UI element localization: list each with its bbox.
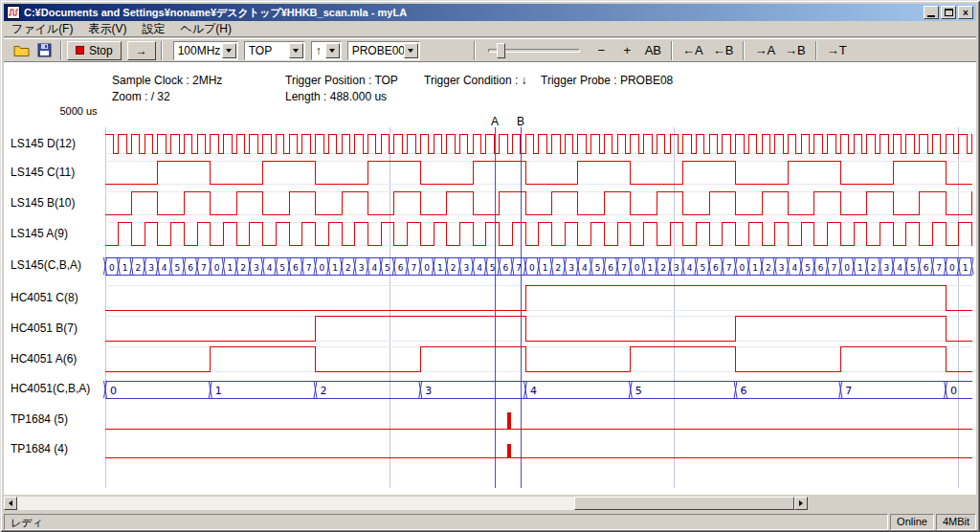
save-button[interactable] (33, 40, 56, 61)
channel-label-hc4051-bus: HC4051(C,B,A) (11, 382, 106, 395)
run-arrow-icon: → (136, 44, 147, 57)
prev-a-button[interactable]: ←A (679, 41, 707, 60)
menu-help[interactable]: ヘルプ(H) (172, 20, 239, 38)
scroll-right-icon (799, 500, 803, 506)
marker-a-label[interactable]: A (489, 115, 501, 128)
run-button[interactable]: → (127, 41, 156, 60)
ab-markers-button[interactable]: AB (641, 41, 665, 60)
toolbar-separator (671, 41, 673, 60)
goto-trigger-button[interactable]: →T (823, 41, 851, 60)
channel-label-ls145-bus: LS145(C,B,A) (11, 258, 106, 272)
trigger-probe-info: Trigger Probe : PROBE08 (541, 74, 673, 87)
app-window: C:¥Documents and Settings¥noname¥デスクトップ¥… (0, 0, 980, 532)
toolbar-separator (474, 41, 476, 60)
trigger-edge-value: ↑ (316, 44, 325, 57)
open-file-button[interactable] (10, 40, 33, 61)
toolbar-separator (815, 41, 817, 60)
toolbar: Stop → 100MHz TOP ↑ PROBE00 − + AB (4, 38, 976, 62)
trigger-edge-select[interactable]: ↑ (311, 41, 342, 60)
toolbar-separator (743, 41, 745, 60)
trigger-position-info: Trigger Position : TOP (285, 74, 398, 87)
channel-label-hc4051-b: HC4051 B(7) (11, 321, 106, 335)
menu-view[interactable]: 表示(V) (80, 20, 134, 38)
trigger-position-select[interactable]: TOP (244, 41, 305, 60)
app-icon (7, 6, 20, 19)
close-icon: × (963, 8, 969, 18)
zoom-info: Zoom : / 32 (112, 90, 170, 103)
toolbar-separator (161, 41, 163, 60)
probe-select[interactable]: PROBE00 (347, 41, 420, 60)
titlebar[interactable]: C:¥Documents and Settings¥noname¥デスクトップ¥… (4, 4, 976, 21)
menu-file[interactable]: ファイル(F) (4, 20, 80, 38)
chevron-down-icon[interactable] (325, 43, 340, 58)
next-b-button[interactable]: →B (781, 41, 810, 60)
trigger-position-value: TOP (249, 44, 289, 57)
channel-label-tp1684-4: TP1684 (4) (11, 442, 106, 455)
channel-label-ls145-c: LS145 C(11) (11, 166, 106, 179)
channel-label-ls145-a: LS145 A(9) (11, 227, 106, 240)
status-memory: 4MBit (936, 514, 976, 530)
time-division-label: 5000 us (48, 105, 109, 117)
waveform-workarea: Sample Clock : 2MHz Trigger Position : T… (4, 62, 976, 495)
zoom-out-button[interactable]: − (590, 41, 613, 60)
menubar: ファイル(F) 表示(V) 設定 ヘルプ(H) (4, 22, 976, 37)
stop-button[interactable]: Stop (67, 41, 122, 60)
prev-b-button[interactable]: ←B (709, 41, 738, 60)
stop-label: Stop (89, 44, 113, 57)
channel-label-hc4051-a: HC4051 A(6) (11, 352, 106, 366)
channel-label-hc4051-c: HC4051 C(8) (11, 291, 106, 304)
scroll-right-button[interactable] (794, 497, 808, 510)
open-folder-icon (13, 44, 30, 57)
scroll-left-button[interactable] (4, 497, 17, 510)
horizontal-scrollbar[interactable] (4, 497, 808, 510)
close-button[interactable]: × (958, 6, 973, 19)
zoom-in-button[interactable]: + (615, 41, 639, 60)
scrollbar-thumb[interactable] (574, 497, 794, 510)
trigger-condition-info: Trigger Condition : ↓ (424, 74, 527, 87)
next-a-button[interactable]: →A (750, 41, 779, 60)
maximize-icon (945, 9, 953, 16)
probe-value: PROBE00 (352, 44, 404, 57)
channel-label-ls145-d: LS145 D(12) (11, 137, 106, 150)
menu-settings[interactable]: 設定 (134, 20, 172, 38)
toolbar-separator (60, 41, 62, 60)
maximize-button[interactable] (941, 6, 956, 19)
channel-label-tp1684-5: TP1684 (5) (11, 412, 106, 426)
scroll-left-icon (9, 500, 12, 506)
scrollbar-track[interactable] (17, 497, 794, 510)
window-title: C:¥Documents and Settings¥noname¥デスクトップ¥… (24, 6, 924, 20)
clock-rate-select[interactable]: 100MHz (173, 41, 238, 60)
clock-rate-value: 100MHz (178, 44, 222, 57)
chevron-down-icon[interactable] (289, 43, 303, 58)
minimize-icon (927, 15, 935, 17)
status-online: Online (890, 514, 934, 530)
statusbar: レディ Online 4MBit (4, 514, 976, 530)
zoom-slider-thumb[interactable] (497, 43, 505, 58)
zoom-slider[interactable] (488, 41, 580, 60)
minimize-button[interactable] (924, 6, 939, 19)
floppy-disk-icon (37, 43, 52, 57)
sample-clock-info: Sample Clock : 2MHz (112, 74, 222, 87)
stop-icon (76, 46, 84, 55)
channel-label-ls145-b: LS145 B(10) (11, 196, 106, 210)
chevron-down-icon[interactable] (222, 43, 236, 58)
chevron-down-icon[interactable] (404, 43, 418, 58)
marker-b-label[interactable]: B (515, 115, 526, 128)
length-info: Length : 488.000 us (285, 90, 387, 103)
status-ready: レディ (4, 514, 888, 530)
